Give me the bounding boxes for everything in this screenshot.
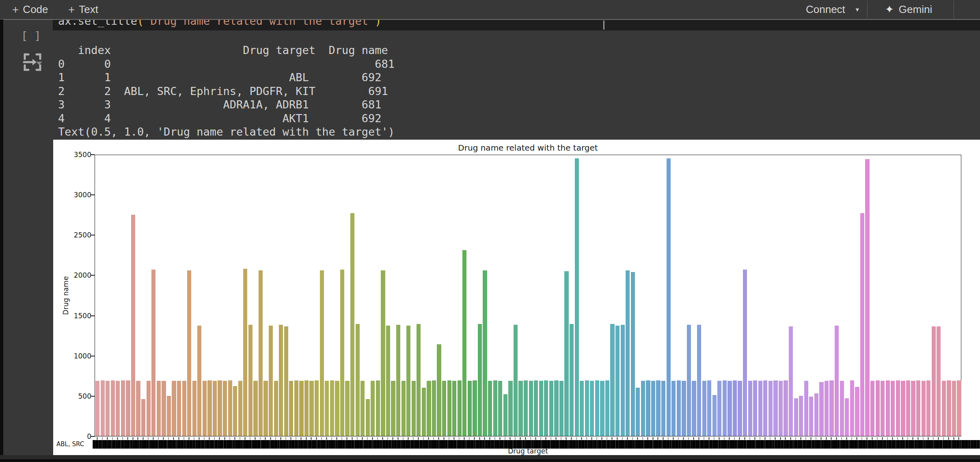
bar — [605, 380, 609, 436]
bar — [631, 272, 635, 436]
bar — [106, 381, 110, 436]
cell-output-icon[interactable] — [23, 53, 44, 71]
bar — [167, 396, 171, 436]
bar — [942, 381, 946, 436]
bar — [814, 393, 818, 436]
bar — [667, 158, 671, 436]
left-edge-strip — [0, 19, 3, 462]
bar — [126, 380, 130, 436]
bar — [687, 325, 691, 436]
bar — [916, 380, 920, 436]
bar — [554, 380, 558, 436]
chevron-down-icon: ▾ — [856, 6, 859, 13]
bar — [478, 324, 482, 436]
bar — [717, 381, 721, 436]
bar — [738, 381, 742, 436]
bar — [396, 325, 400, 436]
bar — [269, 326, 273, 436]
plus-icon: + — [68, 4, 75, 15]
bar — [147, 381, 151, 436]
bar — [192, 381, 196, 436]
bar — [304, 380, 309, 436]
toolbar-divider — [867, 1, 868, 18]
bar — [610, 324, 614, 436]
bar — [886, 380, 890, 436]
bar — [366, 399, 370, 436]
bar — [789, 326, 793, 436]
bar — [259, 270, 263, 436]
bar — [922, 381, 926, 436]
bar — [743, 270, 747, 436]
bar — [263, 381, 268, 436]
bar — [95, 381, 99, 436]
add-code-cell-button[interactable]: + Code — [12, 0, 48, 19]
bar — [508, 381, 512, 436]
bar — [483, 270, 487, 436]
bar — [559, 381, 563, 436]
x-axis-label: Drug target — [95, 447, 961, 455]
connect-label: Connect — [806, 3, 845, 16]
bar — [452, 381, 456, 436]
bar — [371, 381, 375, 436]
y-tick-label: 3500 — [67, 151, 91, 159]
gemini-label: Gemini — [899, 3, 932, 16]
y-tick-label: 3000 — [67, 191, 91, 199]
y-tick-mark — [91, 356, 95, 356]
bar — [468, 381, 472, 436]
bar — [524, 380, 528, 436]
bar — [406, 326, 410, 436]
bar — [855, 387, 859, 436]
bottom-edge-strip — [0, 459, 980, 462]
y-tick-mark — [91, 154, 95, 155]
bar — [253, 381, 257, 436]
bar — [707, 380, 711, 436]
bar — [447, 380, 451, 436]
code-cell-scrollbar[interactable] — [603, 20, 604, 30]
code-line: ax.set_title('Drug name related with the… — [58, 20, 382, 27]
bar — [891, 381, 895, 436]
bar — [315, 380, 319, 436]
bar — [182, 381, 186, 436]
bar — [626, 270, 630, 436]
connect-button[interactable]: Connect ▾ — [806, 0, 859, 19]
bar — [172, 381, 176, 436]
bar — [671, 381, 676, 436]
bar — [845, 398, 849, 436]
notebook-toolbar: + Code + Text Connect ▾ ✦ Gemini — [0, 0, 980, 19]
bar — [758, 381, 762, 436]
bar — [136, 381, 140, 436]
bar — [835, 326, 839, 436]
axes-frame — [95, 155, 961, 436]
bar — [727, 381, 732, 436]
bar — [218, 380, 222, 436]
bar — [330, 380, 334, 436]
bar — [773, 380, 777, 436]
bar — [595, 380, 599, 436]
bar — [809, 397, 813, 436]
bar — [804, 381, 808, 436]
y-tick-label: 2000 — [67, 271, 91, 279]
bar — [187, 270, 191, 436]
bar — [228, 380, 232, 436]
code-cell-editor[interactable]: ax.set_title('Drug name related with the… — [53, 20, 980, 30]
bar — [712, 395, 717, 436]
bar — [213, 381, 217, 436]
bar — [243, 269, 247, 436]
code-token-string: 'Drug name related with the target' — [144, 20, 375, 27]
y-tick-mark — [91, 235, 95, 235]
bar — [947, 380, 951, 436]
add-text-cell-button[interactable]: + Text — [68, 0, 98, 19]
bar — [702, 381, 706, 436]
bar — [488, 381, 492, 436]
bar — [865, 159, 869, 436]
bar — [131, 215, 135, 436]
bar — [825, 381, 829, 436]
bar — [911, 381, 915, 436]
cell-run-button[interactable]: [ ] — [21, 29, 41, 42]
bar — [462, 250, 466, 436]
bar — [157, 381, 161, 436]
y-tick-mark — [91, 275, 95, 276]
bar — [896, 380, 900, 436]
gemini-button[interactable]: ✦ Gemini — [885, 0, 932, 19]
bar — [442, 381, 446, 436]
